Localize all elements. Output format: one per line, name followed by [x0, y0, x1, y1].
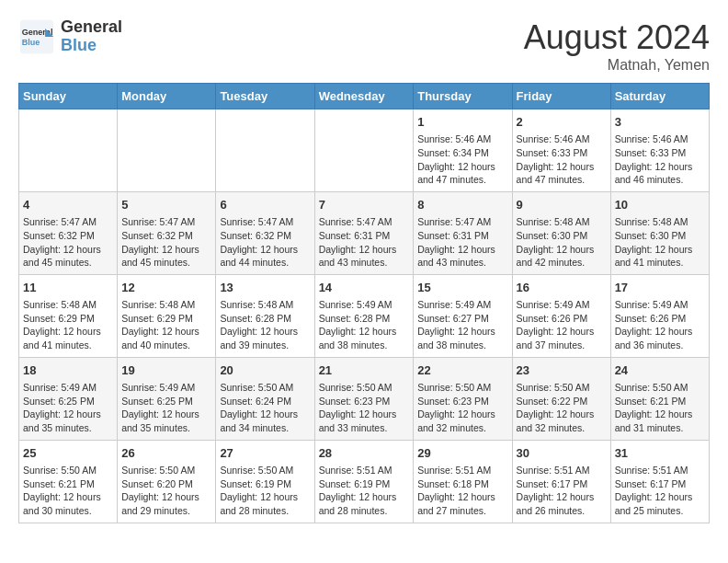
day-info: Sunrise: 5:48 AM Sunset: 6:30 PM Dayligh…: [615, 215, 705, 270]
day-number: 25: [23, 445, 113, 462]
day-cell: 15Sunrise: 5:49 AM Sunset: 6:27 PM Dayli…: [414, 274, 512, 357]
logo-icon: General Blue: [18, 18, 55, 55]
day-info: Sunrise: 5:49 AM Sunset: 6:25 PM Dayligh…: [23, 381, 113, 435]
week-row-1: 1Sunrise: 5:46 AM Sunset: 6:34 PM Daylig…: [19, 109, 710, 192]
day-number: 7: [319, 197, 410, 213]
day-number: 2: [517, 114, 607, 131]
day-cell: 12Sunrise: 5:48 AM Sunset: 6:29 PM Dayli…: [118, 274, 216, 357]
day-cell: 29Sunrise: 5:51 AM Sunset: 6:18 PM Dayli…: [414, 440, 512, 523]
day-cell: 1Sunrise: 5:46 AM Sunset: 6:34 PM Daylig…: [414, 109, 512, 192]
day-cell: 19Sunrise: 5:49 AM Sunset: 6:25 PM Dayli…: [118, 357, 216, 440]
day-cell: 22Sunrise: 5:50 AM Sunset: 6:23 PM Dayli…: [414, 357, 512, 440]
day-number: 3: [615, 114, 705, 131]
day-info: Sunrise: 5:49 AM Sunset: 6:26 PM Dayligh…: [615, 298, 705, 352]
day-cell: 14Sunrise: 5:49 AM Sunset: 6:28 PM Dayli…: [314, 274, 414, 357]
header-cell-monday: Monday: [118, 84, 216, 109]
day-number: 8: [417, 197, 507, 213]
day-cell: 16Sunrise: 5:49 AM Sunset: 6:26 PM Dayli…: [512, 274, 610, 357]
day-info: Sunrise: 5:50 AM Sunset: 6:21 PM Dayligh…: [615, 381, 705, 435]
day-cell: [19, 109, 118, 192]
day-cell: 20Sunrise: 5:50 AM Sunset: 6:24 PM Dayli…: [216, 357, 314, 440]
day-info: Sunrise: 5:50 AM Sunset: 6:22 PM Dayligh…: [517, 381, 607, 435]
day-number: 5: [121, 197, 211, 213]
day-info: Sunrise: 5:51 AM Sunset: 6:18 PM Dayligh…: [417, 464, 507, 518]
day-info: Sunrise: 5:47 AM Sunset: 6:31 PM Dayligh…: [417, 215, 507, 270]
day-cell: [216, 109, 314, 192]
header-cell-thursday: Thursday: [414, 84, 512, 109]
day-cell: 21Sunrise: 5:50 AM Sunset: 6:23 PM Dayli…: [314, 357, 414, 440]
day-number: 30: [517, 445, 607, 462]
day-number: 10: [615, 197, 705, 213]
day-number: 17: [615, 280, 705, 296]
day-cell: 23Sunrise: 5:50 AM Sunset: 6:22 PM Dayli…: [512, 357, 610, 440]
day-number: 13: [220, 280, 310, 296]
day-cell: 28Sunrise: 5:51 AM Sunset: 6:19 PM Dayli…: [314, 440, 414, 523]
day-cell: 8Sunrise: 5:47 AM Sunset: 6:31 PM Daylig…: [414, 191, 512, 274]
title-block: August 2024 Matnah, Yemen: [524, 18, 710, 74]
day-cell: [118, 109, 216, 192]
day-info: Sunrise: 5:48 AM Sunset: 6:30 PM Dayligh…: [517, 215, 607, 270]
day-info: Sunrise: 5:48 AM Sunset: 6:29 PM Dayligh…: [23, 298, 113, 352]
day-info: Sunrise: 5:51 AM Sunset: 6:19 PM Dayligh…: [319, 464, 410, 518]
day-number: 29: [417, 445, 507, 462]
day-cell: 6Sunrise: 5:47 AM Sunset: 6:32 PM Daylig…: [216, 191, 314, 274]
day-info: Sunrise: 5:49 AM Sunset: 6:28 PM Dayligh…: [319, 298, 410, 352]
header-cell-sunday: Sunday: [19, 84, 118, 109]
day-info: Sunrise: 5:47 AM Sunset: 6:32 PM Dayligh…: [23, 215, 113, 270]
header-cell-saturday: Saturday: [610, 84, 709, 109]
day-info: Sunrise: 5:51 AM Sunset: 6:17 PM Dayligh…: [517, 464, 607, 518]
day-cell: 27Sunrise: 5:50 AM Sunset: 6:19 PM Dayli…: [216, 440, 314, 523]
day-number: 19: [121, 362, 211, 379]
week-row-5: 25Sunrise: 5:50 AM Sunset: 6:21 PM Dayli…: [19, 440, 710, 523]
page-header: General Blue General Blue August 2024 Ma…: [18, 18, 710, 74]
day-number: 31: [615, 445, 705, 462]
day-info: Sunrise: 5:50 AM Sunset: 6:19 PM Dayligh…: [220, 464, 310, 518]
day-cell: [314, 109, 414, 192]
day-cell: 3Sunrise: 5:46 AM Sunset: 6:33 PM Daylig…: [610, 109, 709, 192]
day-number: 6: [220, 197, 310, 213]
day-info: Sunrise: 5:50 AM Sunset: 6:23 PM Dayligh…: [319, 381, 410, 435]
day-cell: 2Sunrise: 5:46 AM Sunset: 6:33 PM Daylig…: [512, 109, 610, 192]
header-row: SundayMondayTuesdayWednesdayThursdayFrid…: [19, 84, 710, 109]
day-number: 11: [23, 280, 113, 296]
day-cell: 24Sunrise: 5:50 AM Sunset: 6:21 PM Dayli…: [610, 357, 709, 440]
day-cell: 11Sunrise: 5:48 AM Sunset: 6:29 PM Dayli…: [19, 274, 118, 357]
day-number: 14: [319, 280, 410, 296]
day-info: Sunrise: 5:50 AM Sunset: 6:21 PM Dayligh…: [23, 464, 113, 518]
day-info: Sunrise: 5:50 AM Sunset: 6:23 PM Dayligh…: [417, 381, 507, 435]
day-info: Sunrise: 5:51 AM Sunset: 6:17 PM Dayligh…: [615, 464, 705, 518]
header-cell-friday: Friday: [512, 84, 610, 109]
logo: General Blue General Blue: [18, 18, 122, 55]
calendar-title: August 2024: [524, 18, 710, 57]
day-info: Sunrise: 5:48 AM Sunset: 6:28 PM Dayligh…: [220, 298, 310, 352]
day-number: 24: [615, 362, 705, 379]
day-number: 23: [517, 362, 607, 379]
day-info: Sunrise: 5:47 AM Sunset: 6:31 PM Dayligh…: [319, 215, 410, 270]
header-cell-tuesday: Tuesday: [216, 84, 314, 109]
day-number: 1: [417, 114, 507, 131]
day-number: 9: [517, 197, 607, 213]
week-row-2: 4Sunrise: 5:47 AM Sunset: 6:32 PM Daylig…: [19, 191, 710, 274]
day-info: Sunrise: 5:46 AM Sunset: 6:33 PM Dayligh…: [615, 132, 705, 187]
day-info: Sunrise: 5:49 AM Sunset: 6:27 PM Dayligh…: [417, 298, 507, 352]
day-number: 27: [220, 445, 310, 462]
day-cell: 25Sunrise: 5:50 AM Sunset: 6:21 PM Dayli…: [19, 440, 118, 523]
day-number: 16: [517, 280, 607, 296]
day-cell: 18Sunrise: 5:49 AM Sunset: 6:25 PM Dayli…: [19, 357, 118, 440]
day-info: Sunrise: 5:50 AM Sunset: 6:24 PM Dayligh…: [220, 381, 310, 435]
day-info: Sunrise: 5:47 AM Sunset: 6:32 PM Dayligh…: [121, 215, 211, 270]
header-cell-wednesday: Wednesday: [314, 84, 414, 109]
day-cell: 9Sunrise: 5:48 AM Sunset: 6:30 PM Daylig…: [512, 191, 610, 274]
svg-text:Blue: Blue: [22, 38, 40, 47]
day-cell: 30Sunrise: 5:51 AM Sunset: 6:17 PM Dayli…: [512, 440, 610, 523]
day-number: 22: [417, 362, 507, 379]
day-info: Sunrise: 5:50 AM Sunset: 6:20 PM Dayligh…: [121, 464, 211, 518]
logo-text: General Blue: [61, 18, 122, 55]
day-cell: 17Sunrise: 5:49 AM Sunset: 6:26 PM Dayli…: [610, 274, 709, 357]
day-info: Sunrise: 5:47 AM Sunset: 6:32 PM Dayligh…: [220, 215, 310, 270]
day-cell: 31Sunrise: 5:51 AM Sunset: 6:17 PM Dayli…: [610, 440, 709, 523]
week-row-3: 11Sunrise: 5:48 AM Sunset: 6:29 PM Dayli…: [19, 274, 710, 357]
day-info: Sunrise: 5:49 AM Sunset: 6:26 PM Dayligh…: [517, 298, 607, 352]
day-cell: 26Sunrise: 5:50 AM Sunset: 6:20 PM Dayli…: [118, 440, 216, 523]
day-number: 12: [121, 280, 211, 296]
